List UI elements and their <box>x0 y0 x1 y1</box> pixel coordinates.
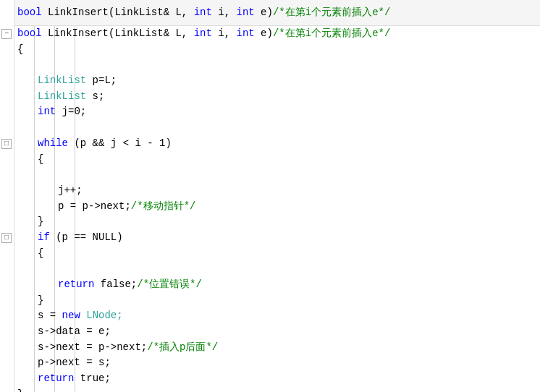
token: { <box>38 246 43 262</box>
editor-gutter: −□□ <box>0 0 14 392</box>
code-line: int j=0; <box>17 104 537 120</box>
code-line: } <box>17 214 537 230</box>
code-line: p->next = s; <box>17 355 537 371</box>
fold-marker[interactable]: − <box>1 29 12 39</box>
token: /*在第i个元素前插入e*/ <box>273 26 390 42</box>
token: /*移动指针*/ <box>131 199 196 215</box>
token: p->next = s; <box>38 355 111 371</box>
token: } <box>38 214 43 230</box>
code-line <box>17 261 537 277</box>
token: } <box>17 387 23 392</box>
token: if <box>38 230 50 246</box>
token: (p == NULL) <box>50 230 123 246</box>
code-line: if (p == NULL) <box>17 230 537 246</box>
token: /*位置错误*/ <box>137 277 202 293</box>
code-line: return true; <box>17 371 537 387</box>
token: LinkInsert(LinkList& L, <box>42 26 194 42</box>
code-line: j++; <box>17 183 537 199</box>
code-line: { <box>17 42 537 58</box>
token: bool <box>17 26 42 42</box>
fold-marker[interactable]: □ <box>1 139 12 149</box>
function-name: LinkInsert(LinkList& L, <box>42 5 194 21</box>
fold-marker[interactable]: □ <box>1 233 12 243</box>
token: return <box>58 277 94 293</box>
token: LinkList <box>38 73 86 89</box>
token: int <box>38 104 56 120</box>
param-e: e) <box>255 5 273 21</box>
code-line: } <box>17 387 537 392</box>
function-signature: bool LinkInsert(LinkList& L, int i, int … <box>0 0 540 26</box>
token: p = p->next; <box>58 199 131 215</box>
token: return <box>38 371 74 387</box>
token: false; <box>94 277 137 293</box>
code-line: s->data = e; <box>17 324 537 340</box>
token: } <box>38 293 43 309</box>
code-line: bool LinkInsert(LinkList& L, int i, int … <box>17 26 537 42</box>
keyword-bool: bool <box>17 5 42 21</box>
code-line: s = new LNode; <box>17 308 537 324</box>
code-line: { <box>17 152 537 168</box>
token: true; <box>74 371 110 387</box>
code-line: p = p->next;/*移动指针*/ <box>17 199 537 215</box>
code-line: return false;/*位置错误*/ <box>17 277 537 293</box>
code-line: LinkList p=L; <box>17 73 537 89</box>
token: j=0; <box>56 104 86 120</box>
token: i, <box>212 26 237 42</box>
token: j++; <box>58 183 83 199</box>
token: e) <box>255 26 273 42</box>
code-line: LinkList s; <box>17 89 537 105</box>
token: int <box>194 26 212 42</box>
token: /*插入p后面*/ <box>147 340 218 356</box>
code-line: { <box>17 246 537 262</box>
header-comment: /*在第i个元素前插入e*/ <box>273 5 390 21</box>
token: s->next = p->next; <box>38 340 147 356</box>
param-i: i, <box>212 5 237 21</box>
token: s; <box>86 89 104 105</box>
keyword-int2: int <box>236 5 254 21</box>
code-editor: bool LinkInsert(LinkList& L, int i, int … <box>0 0 540 392</box>
token: { <box>38 152 43 168</box>
token: s->data = e; <box>38 324 111 340</box>
code-area: bool LinkInsert(LinkList& L, int i, int … <box>14 26 540 392</box>
code-line: s->next = p->next;/*插入p后面*/ <box>17 340 537 356</box>
token: new <box>62 308 80 324</box>
token: LinkList <box>38 89 86 105</box>
token: { <box>17 42 23 58</box>
token: (p && j < i - 1) <box>68 136 172 152</box>
token: while <box>38 136 68 152</box>
code-line: while (p && j < i - 1) <box>17 136 537 152</box>
keyword-int1: int <box>194 5 212 21</box>
token: s = <box>38 308 62 324</box>
token: int <box>236 26 254 42</box>
code-line <box>17 167 537 183</box>
code-line <box>17 57 537 73</box>
token: p=L; <box>86 73 117 89</box>
code-line <box>17 120 537 136</box>
token: LNode; <box>80 308 123 324</box>
code-line: } <box>17 293 537 309</box>
